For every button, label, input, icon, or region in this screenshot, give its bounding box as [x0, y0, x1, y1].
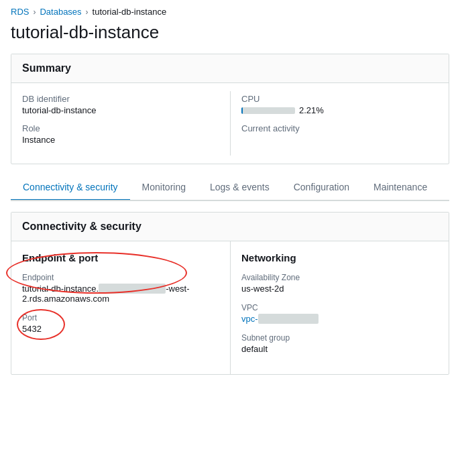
connectivity-header: Connectivity & security	[11, 213, 449, 241]
role-label: Role	[22, 123, 225, 133]
summary-card: Summary DB identifier tutorial-db-instan…	[11, 54, 449, 164]
connectivity-card: Connectivity & security Endpoint & port …	[11, 212, 449, 375]
port-label: Port	[22, 313, 42, 322]
cpu-percent: 2.21%	[299, 105, 324, 115]
tab-logs-events[interactable]: Logs & events	[198, 175, 282, 201]
cpu-bar-track	[241, 107, 295, 114]
endpoint-value: tutorial-db-instance. -west-2.rds.amazon…	[22, 284, 219, 304]
breadcrumb-sep-2: ›	[86, 7, 89, 17]
tab-connectivity-security[interactable]: Connectivity & security	[11, 175, 130, 201]
summary-grid: DB identifier tutorial-db-instance Role …	[11, 83, 449, 164]
tab-maintenance[interactable]: Maintenance	[361, 175, 439, 201]
vpc-value[interactable]: vpc-	[241, 314, 438, 324]
db-identifier-label: DB identifier	[22, 94, 225, 104]
tab-monitoring[interactable]: Monitoring	[130, 175, 198, 201]
cpu-bar-fill	[241, 107, 243, 114]
summary-right-col: CPU 2.21% Current activity	[230, 91, 438, 156]
port-value: 5432	[22, 324, 42, 334]
tabs-bar: Connectivity & security Monitoring Logs …	[11, 175, 449, 201]
az-label: Availability Zone	[241, 273, 438, 282]
az-value: us-west-2d	[241, 284, 438, 294]
breadcrumb-sep-1: ›	[33, 7, 36, 17]
summary-left-col: DB identifier tutorial-db-instance Role …	[22, 91, 230, 156]
cpu-bar-container: 2.21%	[241, 105, 433, 115]
endpoint-label: Endpoint	[22, 273, 219, 282]
breadcrumb-rds[interactable]: RDS	[11, 7, 29, 17]
connectivity-body: Endpoint & port Endpoint tutorial-db-ins…	[11, 241, 449, 374]
db-identifier-value: tutorial-db-instance	[22, 105, 225, 115]
endpoint-port-col: Endpoint & port Endpoint tutorial-db-ins…	[11, 241, 230, 374]
subnet-label: Subnet group	[241, 333, 438, 343]
vpc-label: VPC	[241, 303, 438, 312]
endpoint-port-title: Endpoint & port	[22, 252, 219, 263]
subnet-value: default	[241, 344, 438, 354]
networking-col: Networking Availability Zone us-west-2d …	[230, 241, 449, 374]
port-wrapper: Port 5432	[22, 313, 42, 343]
breadcrumb: RDS › Databases › tutorial-db-instance	[0, 0, 460, 19]
tab-configuration[interactable]: Configuration	[282, 175, 361, 201]
role-value: Instance	[22, 135, 225, 145]
summary-header: Summary	[11, 54, 449, 83]
page-title: tutorial-db-instance	[0, 19, 460, 54]
current-activity-label: Current activity	[241, 123, 433, 133]
breadcrumb-current: tutorial-db-instance	[93, 7, 167, 17]
cpu-label: CPU	[241, 94, 433, 104]
breadcrumb-databases[interactable]: Databases	[40, 7, 81, 17]
networking-title: Networking	[241, 252, 438, 263]
